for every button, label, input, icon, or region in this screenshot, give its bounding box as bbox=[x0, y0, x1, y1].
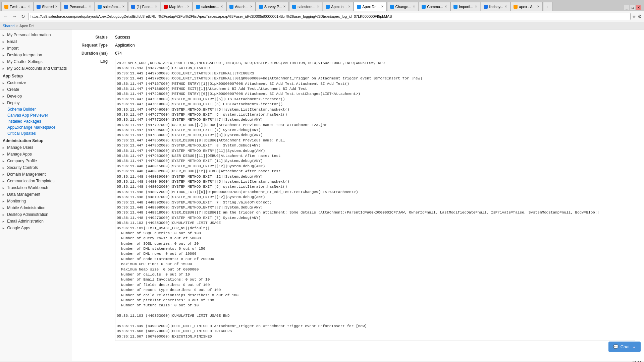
sidebar-item-social-accounts[interactable]: ► My Social Accounts and Contacts bbox=[0, 65, 72, 72]
tab-close-change[interactable]: ✕ bbox=[413, 5, 415, 8]
log-wrapper[interactable]: 29.0 APEX_CODE,DEBUG;APEX_PROFILING,INFO… bbox=[115, 59, 635, 341]
sidebar-item-translation-workbench[interactable]: ► Translation Workbench bbox=[0, 184, 72, 191]
tab-favicon-fwd bbox=[4, 5, 8, 9]
tab-sf2[interactable]: salesforc... ✕ bbox=[193, 2, 226, 11]
tab-close-commu[interactable]: ✕ bbox=[444, 5, 447, 8]
tab-close-survey[interactable]: ✕ bbox=[283, 5, 286, 8]
sidebar-item-desktop-admin[interactable]: ► Desktop Administration bbox=[0, 211, 72, 218]
sidebar-label: Domain Management bbox=[7, 172, 46, 177]
back-button[interactable]: ← bbox=[2, 13, 9, 20]
tab-title-personal: Personal... bbox=[69, 5, 87, 9]
sidebar-item-communication-templates[interactable]: ► Communication Templates bbox=[0, 178, 72, 184]
tab-close-apexde[interactable]: ✕ bbox=[381, 5, 384, 8]
tab-close-apexlog[interactable]: ✕ bbox=[348, 5, 351, 8]
sidebar-label: Email bbox=[7, 39, 17, 44]
sidebar-item-installed-packages[interactable]: Installed Packages bbox=[0, 118, 72, 124]
address-bar[interactable] bbox=[28, 13, 631, 20]
status-value: Success bbox=[112, 34, 638, 41]
tab-map[interactable]: Map Me... ✕ bbox=[161, 2, 193, 11]
tab-close-lindsey[interactable]: ✕ bbox=[504, 5, 507, 8]
tab-close-apex-a[interactable]: ✕ bbox=[537, 5, 540, 8]
sidebar-item-canvas-app[interactable]: Canvas App Previewer bbox=[0, 112, 72, 118]
window-controls: _ □ ✕ bbox=[623, 4, 643, 11]
log-label: Log bbox=[78, 58, 112, 342]
tab-close-attach[interactable]: ✕ bbox=[250, 5, 253, 8]
sidebar-label: Desktop Integration bbox=[7, 53, 42, 57]
sidebar-item-google-apps[interactable]: ► Google Apps bbox=[0, 225, 72, 231]
refresh-button[interactable]: ↻ bbox=[19, 13, 27, 20]
sidebar-item-chatter-settings[interactable]: ► My Chatter Settings bbox=[0, 58, 72, 65]
tab-close-fwd[interactable]: ✕ bbox=[28, 5, 30, 8]
tab-close-personal[interactable]: ✕ bbox=[89, 5, 91, 8]
arrow-icon: ► bbox=[2, 60, 5, 64]
sidebar-item-monitoring[interactable]: ► Monitoring bbox=[0, 198, 72, 204]
tab-apexde[interactable]: Apex De... ✕ bbox=[354, 2, 386, 11]
tab-favicon-change bbox=[390, 5, 394, 9]
tab-close-sf1[interactable]: ✕ bbox=[122, 5, 125, 8]
sidebar-item-security-controls[interactable]: ► Security Controls bbox=[0, 164, 72, 171]
tab-title-change: Change... bbox=[395, 5, 412, 9]
tab-sf1[interactable]: salesforc... ✕ bbox=[95, 2, 128, 11]
tab-title-sf1: salesforc... bbox=[103, 5, 121, 9]
sidebar-label: Create bbox=[7, 87, 19, 92]
tab-apex-a[interactable]: apex - A... ✕ bbox=[511, 2, 543, 11]
arrow-icon: ► bbox=[2, 180, 5, 183]
sidebar-item-mobile-admin[interactable]: ► Mobile Administration bbox=[0, 204, 72, 211]
maximize-button[interactable]: □ bbox=[630, 5, 635, 10]
log-content: 29.0 APEX_CODE,DEBUG;APEX_PROFILING,INFO… bbox=[117, 61, 634, 339]
sidebar-item-import[interactable]: ► Import bbox=[0, 45, 72, 52]
sidebar-item-domain-management[interactable]: ► Domain Management bbox=[0, 171, 72, 178]
sidebar-item-email-admin[interactable]: ► Email Administration bbox=[0, 218, 72, 225]
tab-close-sf2[interactable]: ✕ bbox=[220, 5, 223, 8]
sidebar-item-deploy[interactable]: ► Deploy bbox=[0, 100, 72, 106]
sidebar-item-personal-info[interactable]: ► My Personal Information bbox=[0, 32, 72, 38]
tab-close-shared[interactable]: ✕ bbox=[55, 5, 58, 8]
sidebar-item-critical-updates[interactable]: Critical Updates bbox=[0, 130, 72, 136]
arrow-icon: ► bbox=[2, 146, 5, 149]
tab-favicon-apexde bbox=[357, 5, 361, 9]
tab-change[interactable]: Change... ✕ bbox=[387, 2, 419, 11]
tab-commu[interactable]: Commu... ✕ bbox=[419, 2, 450, 11]
tab-sf3[interactable]: salesforc... ✕ bbox=[289, 2, 322, 11]
tab-lindsey[interactable]: lindsey... ✕ bbox=[481, 2, 511, 11]
tab-fb[interactable]: (1) Face... ✕ bbox=[128, 2, 160, 11]
request-type-value: Application bbox=[112, 42, 638, 49]
tab-new[interactable]: + bbox=[543, 2, 552, 11]
sidebar-item-appexchange[interactable]: AppExchange Marketplace bbox=[0, 124, 72, 130]
minimize-button[interactable]: _ bbox=[624, 5, 629, 10]
close-button[interactable]: ✕ bbox=[636, 5, 641, 10]
sidebar-item-company-profile[interactable]: ► Company Profile bbox=[0, 158, 72, 164]
detail-table: Status Success Request Type Application … bbox=[77, 33, 639, 343]
tab-import[interactable]: Importi... ✕ bbox=[450, 2, 480, 11]
bookmark-star[interactable]: ★ bbox=[632, 14, 636, 19]
tab-survey[interactable]: Survey P... ✕ bbox=[256, 2, 289, 11]
forward-button[interactable]: → bbox=[11, 13, 18, 20]
sidebar-item-customize[interactable]: ► Customize bbox=[0, 79, 72, 86]
sidebar-item-manage-apps[interactable]: ► Manage Apps bbox=[0, 151, 72, 158]
sidebar-item-schema-builder[interactable]: Schema Builder bbox=[0, 106, 72, 112]
chat-button[interactable]: 💬 Chat ▲ bbox=[608, 342, 641, 352]
sidebar-item-email[interactable]: ► Email bbox=[0, 38, 72, 45]
tab-title-fwd: Fwd: - a... bbox=[10, 5, 26, 9]
sidebar-item-desktop-integration[interactable]: ► Desktop Integration bbox=[0, 52, 72, 58]
tab-personal[interactable]: Personal... ✕ bbox=[61, 2, 94, 11]
sidebar-item-manage-users[interactable]: ► Manage Users bbox=[0, 144, 72, 151]
tab-fwd[interactable]: Fwd: - a... ✕ bbox=[1, 2, 33, 11]
arrow-icon: ► bbox=[2, 227, 5, 230]
tab-attach[interactable]: Attach... ✕ bbox=[226, 2, 255, 11]
sidebar-item-develop[interactable]: ► Develop bbox=[0, 93, 72, 100]
sidebar-item-create[interactable]: ► Create bbox=[0, 86, 72, 93]
tab-shared[interactable]: Shared ✕ bbox=[34, 2, 61, 11]
tab-close-map[interactable]: ✕ bbox=[187, 5, 190, 8]
sidebar-item-data-management[interactable]: ► Data Management bbox=[0, 191, 72, 198]
clock: 16:06 18-09-2013 bbox=[623, 360, 641, 362]
tab-close-fb[interactable]: ✕ bbox=[155, 5, 157, 8]
arrow-icon: ► bbox=[2, 220, 5, 223]
breadcrumb: Shared > Apex Del bbox=[0, 22, 644, 29]
breadcrumb-shared[interactable]: Shared bbox=[3, 24, 14, 28]
tab-apexlog[interactable]: Apex lo... ✕ bbox=[323, 2, 354, 11]
tab-close-sf3[interactable]: ✕ bbox=[317, 5, 319, 8]
tab-close-import[interactable]: ✕ bbox=[475, 5, 477, 8]
settings-icon[interactable]: ⚙ bbox=[638, 14, 642, 19]
tab-bar: Fwd: - a... ✕ Shared ✕ Personal... ✕ sal… bbox=[0, 0, 644, 11]
